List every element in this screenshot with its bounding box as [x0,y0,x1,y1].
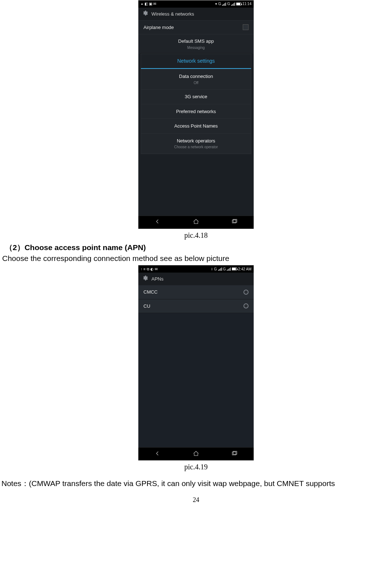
notif-icon: ◐ [150,267,154,272]
wifi-icon: ▾ [215,1,217,7]
network-g-icon: G [227,1,230,7]
recents-button[interactable] [224,216,245,228]
system-navbar [138,447,254,460]
screen-title: Wireless & networks [151,11,194,17]
list-item-airplane-mode[interactable]: Airplane mode [138,20,254,34]
notif-icon: ⧉ [147,267,149,272]
default-sms-sub: Messaging [143,45,249,50]
network-g-icon: G [214,267,217,272]
notif-icon: ↑ [141,267,142,272]
signal-icon [227,267,231,271]
screenshot-network-settings: ▲ ◧ ▣ ✉ ▾ G G 11:14 [138,0,254,229]
notif-icon: ≡ [143,267,146,272]
dialog-row-3g-service[interactable]: 3G service [141,89,251,104]
row-label: 3G service [185,94,207,99]
status-left-icons: ▲ ◧ ▣ ✉ [141,1,156,7]
body-text: Choose the corresponding connection meth… [2,253,391,264]
settings-gear-icon [142,10,149,18]
home-button[interactable] [185,216,207,228]
network-g-icon: G [223,267,226,272]
notif-icon: ✉ [155,267,158,272]
screen-title: APNs [151,276,163,282]
home-button[interactable] [185,448,207,460]
clock: 2:42 AM [238,267,251,272]
status-right-icons: ᚼ G G 2:42 AM [211,267,251,272]
caption-pic418: pic.4.18 [1,231,391,240]
status-left-icons: ↑ ≡ ⧉ ◐ ✉ [141,267,158,272]
status-bar: ▲ ◧ ▣ ✉ ▾ G G 11:14 [138,0,254,8]
status-bar: ↑ ≡ ⧉ ◐ ✉ ᚼ G G 2:42 AM [138,265,254,273]
row-sub: Off [146,80,246,86]
row-label: Preferred networks [176,109,216,114]
dialog-row-network-operators[interactable]: Network operators Choose a network opera… [141,133,251,154]
dialog-row-data-connection[interactable]: Data connection Off [141,69,251,89]
airplane-mode-label: Airplane mode [143,24,174,31]
notes-text: Notes：(CMWAP transfers the date via GPRS… [1,478,391,489]
signal-icon [218,267,222,271]
battery-icon [236,3,241,5]
apn-name: CMCC [143,289,158,295]
row-label: Network operators [177,138,215,144]
settings-gear-icon [142,275,149,283]
section-heading: （2）Choose access point name (APN) [5,242,391,253]
signal-icon [222,3,226,6]
row-label: Data connection [179,74,213,79]
row-sub: Choose a network operator [146,145,246,150]
battery-icon [232,267,237,270]
network-g-icon: G [218,1,221,7]
dialog-row-apn[interactable]: Access Point Names [141,119,251,133]
caption-pic419: pic.4.19 [1,462,391,472]
notif-icon: ▲ [141,3,143,5]
system-navbar [138,216,254,229]
bt-icon: ᚼ [211,267,213,272]
dialog-title: Network settings [141,54,251,69]
list-item-default-sms[interactable]: Default SMS app Messaging [138,34,254,54]
radio-button[interactable] [243,290,249,295]
page-number: 24 [1,495,391,504]
dialog-row-preferred-networks[interactable]: Preferred networks [141,104,251,119]
apn-item-cmcc[interactable]: CMCC [138,285,254,299]
back-button[interactable] [147,448,168,460]
apn-name: CU [143,303,150,310]
network-settings-dialog: Network settings Data connection Off 3G … [141,54,251,154]
back-button[interactable] [147,216,168,228]
airplane-toggle[interactable] [243,24,249,30]
notif-icon: ✉ [153,1,156,7]
apn-list: CMCC CU [138,285,254,447]
screen-title-row: APNs [138,273,254,285]
default-sms-label: Default SMS app [178,38,214,44]
notif-icon: ◧ [145,1,148,7]
empty-area [138,154,254,216]
apn-item-cu[interactable]: CU [138,299,254,314]
notif-icon: ▣ [149,1,152,7]
status-right-icons: ▾ G G 11:14 [215,1,251,7]
screenshot-apns: ↑ ≡ ⧉ ◐ ✉ ᚼ G G 2:42 AM [138,265,254,461]
row-label: Access Point Names [174,123,218,129]
radio-button[interactable] [243,303,249,308]
signal-icon [231,3,235,6]
clock: 11:14 [242,1,251,7]
recents-button[interactable] [224,448,245,460]
screen-title-row: Wireless & networks [138,8,254,20]
